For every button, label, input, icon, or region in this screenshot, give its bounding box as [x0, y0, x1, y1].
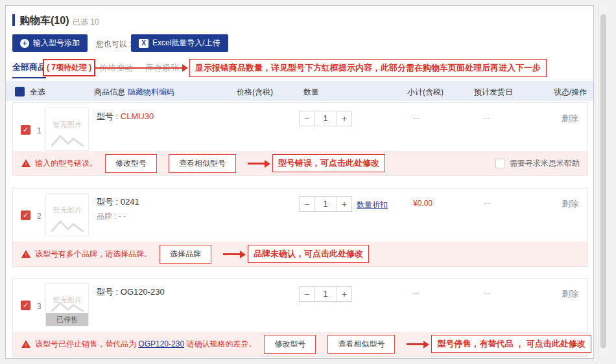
- page-title: 购物车(10): [19, 14, 69, 28]
- no-image-label: 暂无图片: [53, 120, 82, 128]
- image-placeholder-icon: [51, 133, 84, 146]
- view-similar-button[interactable]: 查看相似型号: [327, 335, 395, 354]
- error-message-pre: 该型号已停止销售，替代品为: [35, 339, 136, 348]
- qty-plus-button[interactable]: +: [337, 111, 352, 126]
- ship-date-value: --: [484, 289, 490, 298]
- error-message: 该型号有多个品牌，请选择品牌。: [35, 249, 152, 260]
- quantity-stepper: − 1 +: [299, 196, 352, 212]
- row-annotation-note: 型号错误，可点击此处修改: [272, 154, 385, 172]
- image-placeholder-icon: [51, 219, 84, 232]
- subtotal-value: --: [413, 289, 420, 298]
- warning-icon: !: [21, 340, 30, 348]
- annotation-arrow: [223, 253, 240, 255]
- model-line: 型号 : CLMU30: [97, 111, 154, 122]
- excel-icon: X: [139, 39, 148, 48]
- col-status: 状态/操作: [554, 87, 587, 98]
- help-label: 需要寻求米思米帮助: [510, 158, 580, 169]
- quantity-stepper: − 1 +: [299, 111, 352, 126]
- product-image-placeholder: 暂无图片 已停售: [45, 283, 89, 326]
- modify-model-button[interactable]: 修改型号: [105, 154, 157, 173]
- cart-panel: 购物车(10) 已选 10 + 输入型号添加 您也可以 : X Excel批量导…: [5, 5, 594, 359]
- warning-icon: !: [21, 250, 30, 258]
- error-strip: ! 输入的型号错误。 修改型号 查看相似型号 型号错误，可点击此处修改 需要寻求…: [13, 151, 587, 176]
- warning-icon: !: [21, 159, 30, 167]
- qty-plus-button[interactable]: +: [337, 286, 352, 302]
- modify-model-button[interactable]: 修改型号: [264, 335, 316, 354]
- error-message: 输入的型号错误。: [35, 158, 97, 169]
- col-product-info: 商品信息: [94, 87, 125, 98]
- col-price: 价格(含税): [237, 87, 273, 98]
- select-all-checkbox[interactable]: ✓: [15, 87, 25, 97]
- delete-button[interactable]: 删除: [562, 288, 578, 300]
- row-index: 3: [37, 302, 41, 311]
- quantity-discount-link[interactable]: 数量折扣: [357, 199, 388, 210]
- brand-line: 品牌 : - -: [97, 211, 126, 222]
- model-value: 0241: [121, 197, 139, 207]
- model-label: 型号 :: [97, 111, 118, 121]
- model-label: 型号 :: [97, 287, 118, 297]
- error-strip: ! 该型号有多个品牌，请选择品牌。 选择品牌 品牌未确认，可点击此处修改: [13, 242, 587, 266]
- model-value: OG120-230: [121, 287, 165, 297]
- qty-input[interactable]: 1: [314, 286, 337, 302]
- delete-button[interactable]: 删除: [562, 198, 578, 210]
- no-image-label: 暂无图片: [53, 206, 82, 214]
- row-checkbox[interactable]: ✓: [21, 301, 30, 310]
- annotation-arrowhead-icon: [182, 64, 188, 72]
- select-brand-button[interactable]: 选择品牌: [160, 245, 211, 264]
- qty-plus-button[interactable]: +: [337, 196, 352, 212]
- error-message: 该型号已停止销售，替代品为 OGP120-230 请确认规格的差异。: [35, 339, 256, 350]
- error-message-post: 请确认规格的差异。: [186, 339, 256, 348]
- col-qty: 数量: [303, 87, 319, 98]
- row-annotation-note: 型号停售，有替代品 ， 可点击此处修改: [431, 335, 591, 353]
- annotation-arrow-line: [95, 67, 183, 69]
- model-line: 型号 : 0241: [97, 196, 139, 208]
- view-similar-button[interactable]: 查看相似型号: [169, 154, 236, 173]
- col-subtotal: 小计(含税): [407, 87, 444, 98]
- pending-count-badge: ( 7项待处理 ): [43, 59, 95, 76]
- model-value: CLMU30: [121, 111, 154, 121]
- subtotal-value: ¥0.00: [413, 199, 432, 208]
- plus-circle-icon: +: [20, 39, 29, 48]
- vertical-scrollbar[interactable]: [598, 5, 608, 359]
- cart-row-1: ✓ 1 暂无图片 型号 : CLMU30 − 1 + -- -- 删除 !: [12, 102, 588, 176]
- select-all-label: 全选: [30, 87, 45, 98]
- tab-all-products[interactable]: 全部商品: [12, 62, 46, 78]
- sold-out-tag: 已停售: [46, 313, 88, 326]
- cart-row-3: ✓ 3 暂无图片 已停售 型号 : OG120-230 − 1 + -- -- …: [12, 278, 588, 357]
- subtotal-value: --: [413, 113, 420, 122]
- error-strip: ! 该型号已停止销售，替代品为 OGP120-230 请确认规格的差异。 修改型…: [13, 332, 587, 356]
- qty-input[interactable]: 1: [314, 111, 337, 126]
- add-model-button[interactable]: + 输入型号添加: [12, 34, 88, 52]
- ship-date-value: --: [484, 199, 490, 208]
- excel-import-label: Excel批量导入/上传: [152, 38, 220, 49]
- row-index: 1: [37, 126, 41, 135]
- qty-minus-button[interactable]: −: [299, 286, 314, 302]
- hide-material-code-link[interactable]: 隐藏物料编码: [128, 87, 174, 98]
- model-label: 型号 :: [97, 197, 118, 207]
- help-checkbox[interactable]: [495, 159, 505, 168]
- delete-button[interactable]: 删除: [562, 113, 578, 124]
- table-header: ✓ 全选 商品信息 隐藏物料编码 价格(含税) 数量 小计(含税) 预计发货日 …: [6, 81, 593, 101]
- product-image-placeholder: 暂无图片: [45, 193, 89, 236]
- also-label: 您也可以 :: [96, 39, 132, 50]
- qty-minus-button[interactable]: −: [299, 111, 314, 126]
- annotation-arrow: [407, 343, 423, 345]
- qty-minus-button[interactable]: −: [299, 196, 314, 212]
- col-ship-date: 预计发货日: [474, 87, 513, 98]
- title-accent-bar: [12, 14, 15, 26]
- ship-date-value: --: [484, 113, 490, 122]
- selected-count: 已选 10: [73, 17, 99, 28]
- model-line: 型号 : OG120-230: [97, 286, 165, 298]
- scrollbar-thumb[interactable]: [600, 14, 606, 348]
- excel-import-button[interactable]: X Excel批量导入/上传: [131, 34, 228, 52]
- misumi-help-option: 需要寻求米思米帮助: [495, 158, 580, 169]
- product-image-placeholder: 暂无图片: [45, 108, 89, 151]
- annotation-arrow: [248, 163, 265, 165]
- row-checkbox[interactable]: ✓: [21, 125, 30, 135]
- substitute-model-link[interactable]: OGP120-230: [138, 339, 184, 348]
- row-checkbox[interactable]: ✓: [21, 210, 30, 220]
- tabs-annotation-note: 显示报错商品数量，详见型号下方红框提示内容，此部分需在购物车页面处理后再进入下一…: [189, 59, 547, 77]
- cart-row-2: ✓ 2 暂无图片 型号 : 0241 品牌 : - - − 1 + 数量折扣 ¥…: [12, 188, 588, 267]
- qty-input[interactable]: 1: [314, 196, 337, 212]
- image-placeholder-icon: [51, 301, 84, 312]
